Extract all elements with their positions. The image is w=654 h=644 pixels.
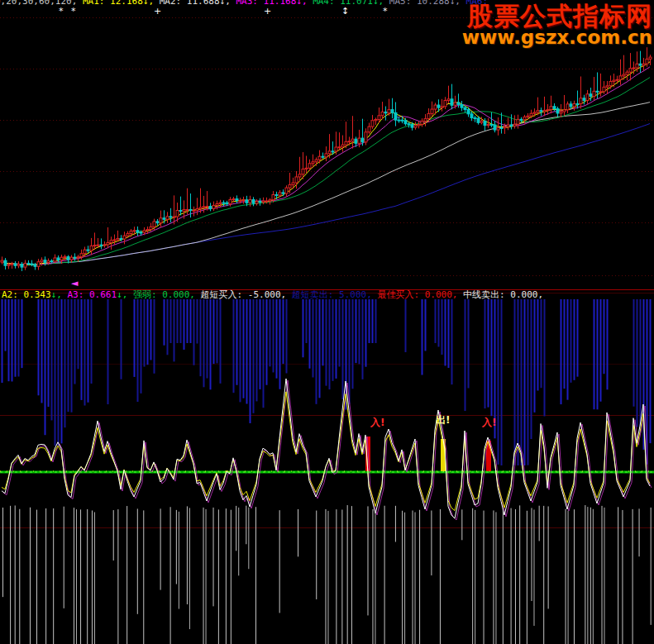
event-marker-icon: *: [71, 7, 76, 16]
watermark-url: www.gszx.com.cn: [462, 28, 652, 46]
indicator-readout-segment: 超短卖出: 5.000,: [292, 289, 378, 300]
indicator-readout-segment: 强弱: 0.000,: [133, 289, 201, 300]
ma-readout-segment: MA4: 11.071↓,: [313, 0, 389, 7]
stock-chart-window: 0,20,30,60,120, MA1: 12.168↓, MA2: 11.68…: [0, 0, 654, 644]
ma-readout-segment: 0,20,30,60,120,: [0, 0, 83, 7]
indicator-readout-segment: ↓,: [117, 289, 133, 300]
indicator-readout-row: A2: 0.343↓, A3: 0.661↓, 强弱: 0.000, 超短买入:…: [2, 290, 543, 300]
event-marker-icon: *: [59, 7, 64, 16]
event-marker-icon: +: [264, 7, 271, 16]
indicator-readout-segment: 中线卖出: 0.000,: [463, 289, 543, 300]
trade-signal-label: 入!: [370, 417, 384, 427]
watermark-title: 股票公式指标网: [462, 2, 652, 30]
trade-signal-label: 出!: [436, 415, 450, 425]
indicator-readout-segment: ↓,: [51, 289, 68, 300]
event-marker-icon: +: [154, 7, 161, 16]
ma-readout-segment: MA1: 12.168↓,: [83, 0, 160, 7]
chart-cursor-arrow: ◄: [71, 279, 78, 288]
indicator-readout-segment: A3: 0.661: [67, 289, 117, 300]
event-marker-icon: ↕: [341, 7, 349, 16]
ma-readout-segment: MA5: 10.288↓,: [389, 0, 466, 7]
ma-readout-segment: MA3: 11.168↓,: [236, 0, 313, 7]
chart-canvas[interactable]: [0, 0, 654, 644]
event-marker-icon: *: [383, 7, 388, 16]
indicator-readout-segment: A2: 0.343: [2, 289, 51, 300]
watermark: 股票公式指标网 www.gszx.com.cn: [462, 2, 652, 46]
indicator-readout-segment: 最佳买入: 0.000,: [377, 289, 463, 300]
ma-readout-segment: MA2: 11.688↓,: [160, 0, 236, 7]
indicator-readout-segment: 超短买入: -5.000,: [201, 289, 292, 300]
trade-signal-label: 入!: [482, 417, 496, 427]
